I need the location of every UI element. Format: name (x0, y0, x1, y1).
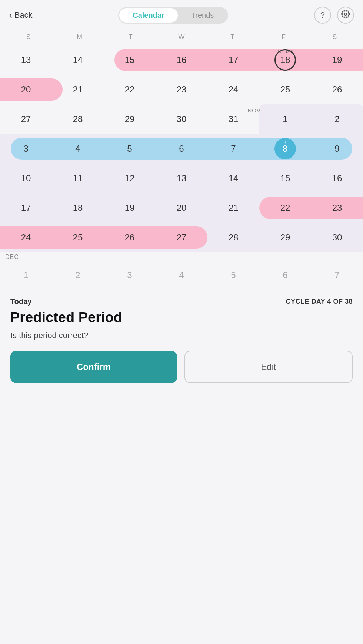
day-cell[interactable]: 24 (0, 223, 52, 252)
day-number: 4 (171, 264, 192, 286)
day-cell[interactable]: 3 (104, 260, 156, 290)
day-cell[interactable]: 20 (156, 193, 207, 223)
day-cell[interactable]: 2 (52, 260, 104, 290)
day-number: 6 (171, 138, 192, 159)
day-number: 12 (119, 168, 140, 189)
day-number: 23 (326, 197, 348, 219)
today-cycle-row: Today CYCLE DAY 4 OF 38 (10, 297, 353, 306)
help-button[interactable]: ? (314, 7, 331, 24)
day-cell[interactable]: 30 (156, 104, 207, 134)
day-cell[interactable]: 28 (52, 104, 104, 134)
day-cell[interactable]: 27 (156, 223, 207, 252)
back-chevron-icon: ‹ (9, 10, 12, 21)
day-cell[interactable]: 29 (259, 223, 311, 252)
day-number: 27 (15, 108, 37, 130)
day-cell[interactable]: 26 (311, 75, 363, 104)
day-cell[interactable]: 2 (311, 104, 363, 134)
day-header-wed: W (156, 31, 207, 43)
day-cell[interactable]: 14 (207, 163, 259, 193)
day-cell[interactable]: 5 (207, 260, 259, 290)
day-cell[interactable]: 14 (52, 45, 104, 75)
day-cell[interactable]: 16 (156, 45, 207, 75)
day-number: 13 (15, 49, 37, 71)
day-cell[interactable]: 13 (0, 45, 52, 75)
dec-label-row: DEC (0, 252, 363, 260)
settings-button[interactable] (337, 7, 354, 24)
day-number: 20 (171, 197, 192, 219)
back-button[interactable]: ‹ Back (9, 10, 33, 21)
day-cell[interactable]: 15 (259, 163, 311, 193)
day-cell[interactable]: 25 (52, 223, 104, 252)
week-row-oct-nov: NOV 27 28 29 30 31 1 2 (0, 104, 363, 134)
predicted-period-title: Predicted Period (10, 310, 353, 326)
day-cell[interactable]: 1 (259, 104, 311, 134)
day-cell[interactable]: 22 (259, 193, 311, 223)
day-number: 2 (326, 108, 348, 130)
day-number: 17 (15, 197, 37, 219)
day-header-tue: T (105, 31, 156, 43)
day-number: 25 (67, 227, 89, 248)
day-cell[interactable]: 19 (104, 193, 156, 223)
day-cell[interactable]: 9 (311, 134, 363, 163)
day-number: 31 (223, 108, 244, 130)
trends-tab[interactable]: Trends (178, 8, 227, 23)
edit-button[interactable]: Edit (184, 351, 353, 383)
day-cell[interactable]: 4 (52, 134, 104, 163)
day-cell[interactable]: 26 (104, 223, 156, 252)
day-number: 18 (67, 197, 89, 219)
day-cell[interactable]: 17 (207, 45, 259, 75)
day-number: 9 (326, 138, 348, 159)
day-cell[interactable]: 18 (52, 193, 104, 223)
day-cell[interactable]: 4 (156, 260, 207, 290)
day-cell[interactable]: 11 (52, 163, 104, 193)
day-cell[interactable]: 21 (207, 193, 259, 223)
day-cell[interactable]: 22 (104, 75, 156, 104)
day-cell[interactable]: 5 (104, 134, 156, 163)
day-number: 16 (171, 49, 192, 71)
day-cell[interactable]: 13 (156, 163, 207, 193)
day-cell[interactable]: 21 (52, 75, 104, 104)
week-row-oct2: 20 21 22 23 24 25 26 (0, 75, 363, 104)
view-toggle: Calendar Trends (118, 7, 228, 24)
day-number: 30 (326, 227, 348, 248)
day-cell[interactable]: 17 (0, 193, 52, 223)
week-row-nov2: 10 11 12 13 14 15 16 (0, 163, 363, 193)
nov-label-inline: NOV (248, 107, 261, 114)
day-number: 28 (67, 108, 89, 130)
day-cell[interactable]: 6 (259, 260, 311, 290)
day-number: 19 (326, 49, 348, 71)
nov-section: 3 4 5 6 7 ♀ 8 (0, 134, 363, 252)
day-cell[interactable]: 10 (0, 163, 52, 193)
day-cell[interactable]: 6 (156, 134, 207, 163)
day-number: 11 (67, 168, 89, 189)
day-cell-today[interactable]: TODAY 18 (259, 45, 311, 75)
day-cell[interactable]: 27 (0, 104, 52, 134)
day-cell[interactable]: 1 (0, 260, 52, 290)
day-number: 1 (15, 264, 37, 286)
day-cell[interactable]: 16 (311, 163, 363, 193)
day-cell[interactable]: 15 (104, 45, 156, 75)
day-cell[interactable]: 24 (207, 75, 259, 104)
day-number: 2 (67, 264, 89, 286)
back-label: Back (14, 10, 33, 20)
day-cell[interactable]: 28 (207, 223, 259, 252)
day-cell[interactable]: 19 (311, 45, 363, 75)
day-cell[interactable]: 23 (311, 193, 363, 223)
app-header: ‹ Back Calendar Trends ? (0, 0, 363, 27)
day-cell[interactable]: 3 (0, 134, 52, 163)
help-icon: ? (320, 10, 325, 20)
day-cell[interactable]: 30 (311, 223, 363, 252)
day-cell[interactable]: 29 (104, 104, 156, 134)
day-cell[interactable]: 7 (207, 134, 259, 163)
day-number: 4 (67, 138, 89, 159)
confirm-button[interactable]: Confirm (10, 351, 177, 383)
day-cell[interactable]: 12 (104, 163, 156, 193)
day-cell[interactable]: 20 (0, 75, 52, 104)
day-number: 10 (15, 168, 37, 189)
day-cell[interactable]: 25 (259, 75, 311, 104)
day-cell-ovulation[interactable]: ♀ 8 (259, 134, 311, 163)
day-cell[interactable]: 7 (311, 260, 363, 290)
day-cell[interactable]: 23 (156, 75, 207, 104)
day-number: 15 (119, 49, 140, 71)
calendar-tab[interactable]: Calendar (119, 8, 178, 23)
